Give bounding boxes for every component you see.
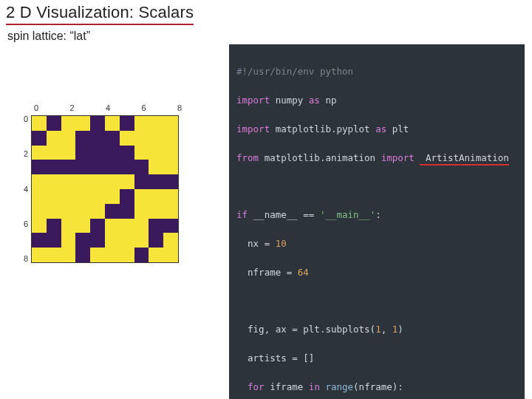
lattice-cell — [105, 204, 120, 219]
lattice-cell — [75, 219, 90, 233]
lattice-cell — [61, 204, 76, 219]
lattice-cell — [120, 174, 134, 189]
lattice-cell — [134, 131, 149, 146]
lattice-cell — [32, 233, 47, 248]
lattice-cell — [163, 248, 178, 262]
lattice-cell — [105, 146, 120, 160]
code-text: __name__ == — [248, 209, 320, 220]
lattice-cell — [134, 116, 149, 131]
lattice-cell — [32, 116, 47, 131]
lattice-cell — [134, 189, 149, 204]
lattice-cell — [120, 189, 134, 204]
lattice-cell — [75, 160, 90, 174]
code-text — [236, 381, 248, 392]
lattice-cell — [47, 189, 61, 204]
lattice-cell — [47, 160, 61, 174]
tick-y: 0 — [15, 115, 28, 123]
lattice-cell — [47, 146, 61, 160]
lattice-cell — [134, 160, 149, 174]
lattice-cell — [32, 131, 47, 146]
lattice-cell — [47, 233, 61, 248]
lattice-cell — [32, 219, 47, 233]
lattice-cell — [90, 116, 105, 131]
code-kw: import — [236, 95, 270, 106]
tick-y: 8 — [15, 255, 28, 263]
lattice-grid-wrap — [31, 115, 179, 263]
lattice-cell — [75, 146, 90, 160]
lattice-cell — [90, 189, 105, 204]
lattice-cell — [90, 146, 105, 160]
lattice-cell — [149, 233, 163, 248]
lattice-cell — [61, 248, 76, 262]
code-kw: import — [381, 152, 415, 163]
lattice-cell — [75, 248, 90, 262]
lattice-cell — [120, 248, 134, 262]
lattice-cell — [120, 146, 134, 160]
lattice-cell — [149, 189, 163, 204]
code-num: 1 — [375, 324, 381, 335]
code-panel: #!/usr/bin/env python import numpy as np… — [229, 44, 525, 399]
code-kw: for — [248, 381, 265, 392]
lattice-cell — [75, 174, 90, 189]
lattice-cell — [120, 131, 134, 146]
code-kw: import — [236, 123, 270, 134]
code-text: iframe — [265, 381, 309, 392]
tick-x: 6 — [141, 103, 146, 112]
tick-x: 0 — [34, 103, 38, 112]
lattice-cell — [134, 233, 149, 248]
page-title-wrap: 2 D Visualization: Scalars — [6, 3, 194, 25]
lattice-cell — [32, 146, 47, 160]
lattice-cell — [90, 248, 105, 262]
lattice-cell — [90, 160, 105, 174]
lattice-cell — [134, 174, 149, 189]
code-text: (nframe): — [353, 381, 403, 392]
lattice-cell — [149, 116, 163, 131]
code-text: matplotlib.pyplot — [270, 123, 375, 134]
code-num: 64 — [298, 267, 309, 278]
lattice-cell — [90, 233, 105, 248]
lattice-cell — [61, 116, 76, 131]
lattice-cell — [32, 204, 47, 219]
tick-y: 6 — [15, 220, 28, 228]
lattice-cell — [47, 219, 61, 233]
code-kw: as — [375, 123, 386, 134]
lattice-cell — [105, 233, 120, 248]
code-text: artists = [] — [236, 352, 314, 364]
lattice-cell — [163, 174, 178, 189]
lattice-cell — [32, 189, 47, 204]
lattice-cell — [105, 174, 120, 189]
lattice-cell — [32, 174, 47, 189]
lattice-cell — [32, 160, 47, 174]
code-text: : — [375, 209, 381, 220]
lattice-cell — [149, 146, 163, 160]
lattice-cell — [120, 219, 134, 233]
lattice-cell — [32, 248, 47, 262]
lattice-cell — [134, 146, 149, 160]
lattice-cell — [105, 189, 120, 204]
plot-body: 0 2 4 6 8 — [15, 115, 200, 263]
page-title: 2 D Visualization: Scalars — [6, 3, 194, 22]
code-str: '__main__' — [320, 209, 375, 220]
lattice-cell — [120, 116, 134, 131]
lattice-cell — [149, 248, 163, 262]
lattice-cell — [61, 233, 76, 248]
code-text: , — [381, 324, 392, 335]
lattice-cell — [163, 131, 178, 146]
lattice-cell — [61, 146, 76, 160]
lattice-cell — [61, 219, 76, 233]
lattice-cell — [75, 204, 90, 219]
lattice-cell — [47, 204, 61, 219]
lattice-cell — [163, 233, 178, 248]
tick-x: 2 — [69, 103, 74, 112]
code-text: plt — [386, 123, 409, 134]
lattice-cell — [75, 189, 90, 204]
lattice-cell — [149, 160, 163, 174]
lattice-cell — [61, 189, 76, 204]
lattice-cell — [149, 204, 163, 219]
lattice-cell — [47, 174, 61, 189]
lattice-cell — [61, 131, 76, 146]
code-kw: from — [236, 152, 259, 163]
lattice-cell — [105, 116, 120, 131]
lattice-cell — [75, 233, 90, 248]
code-text: ) — [398, 324, 403, 335]
